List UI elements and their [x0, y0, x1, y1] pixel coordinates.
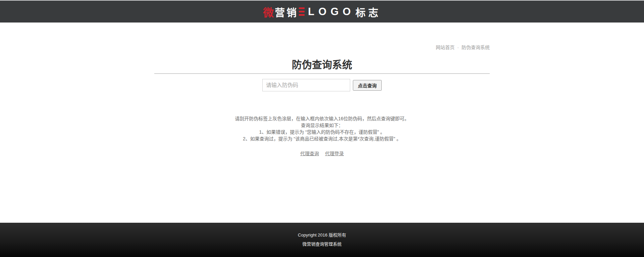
page: 微 营销 LOGO 标志 网站首页·防伪查询系统 防伪查询系统 点击查询 请刮开…: [0, 0, 644, 257]
instruction-line: 2、如果查询过，提示为 “该商品已经被查询过,本次是第*次查询,谨防假冒” 。: [154, 135, 490, 142]
query-form: 点击查询: [154, 79, 490, 91]
instruction-line: 1、如果错误，提示为 “您输入的防伪码不存在，谨防假冒” 。: [154, 129, 490, 135]
breadcrumb-separator: ·: [457, 45, 459, 50]
query-button[interactable]: 点击查询: [353, 80, 382, 91]
logo-brand-text: 营销: [275, 4, 298, 19]
breadcrumb: 网站首页·防伪查询系统: [154, 23, 490, 51]
page-title: 防伪查询系统: [154, 59, 490, 71]
logo-word: LOGO: [308, 6, 355, 18]
footer-copyright: Copyright 2016 版权所有: [0, 223, 644, 238]
agent-query-link[interactable]: 代理查询: [300, 151, 319, 156]
site-logo[interactable]: 微 营销 LOGO 标志: [263, 4, 381, 19]
content-container: 网站首页·防伪查询系统 防伪查询系统 点击查询 请刮开防伪标签上灰色涂层，在输入…: [154, 23, 490, 157]
logo-suffix-text: 标志: [356, 4, 381, 19]
site-footer: Copyright 2016 版权所有 微营销查询管理系统: [0, 223, 644, 257]
footer-system-name: 微营销查询管理系统: [0, 242, 644, 247]
instruction-line: 查询显示结果如下：: [154, 122, 490, 129]
logo-prefix-char: 微: [263, 4, 274, 19]
three-bars-icon: [299, 7, 305, 17]
main-content: 网站首页·防伪查询系统 防伪查询系统 点击查询 请刮开防伪标签上灰色涂层，在输入…: [0, 23, 644, 223]
security-code-input[interactable]: [262, 79, 350, 91]
site-header: 微 营销 LOGO 标志: [0, 1, 644, 23]
breadcrumb-current: 防伪查询系统: [462, 45, 490, 50]
instruction-line: 请刮开防伪标签上灰色涂层，在输入框内依次输入16位防伪码，然后点查询键即可。: [154, 115, 490, 122]
agent-links: 代理查询 代理登录: [154, 150, 490, 157]
breadcrumb-home-link[interactable]: 网站首页: [436, 45, 454, 50]
title-divider: [154, 73, 490, 74]
agent-login-link[interactable]: 代理登录: [325, 151, 344, 156]
instructions: 请刮开防伪标签上灰色涂层，在输入框内依次输入16位防伪码，然后点查询键即可。 查…: [154, 115, 490, 142]
